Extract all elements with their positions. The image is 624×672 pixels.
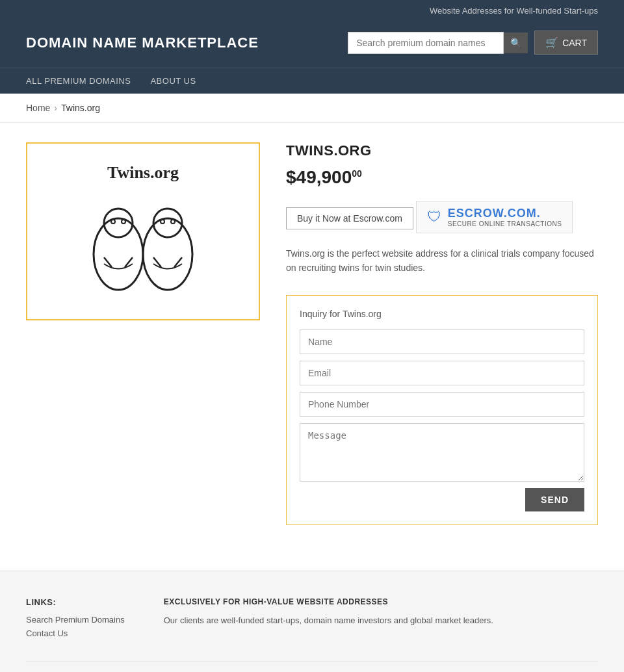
footer-link-search[interactable]: Search Premium Domains [26,615,125,625]
escrow-shield-icon: 🛡 [427,209,441,226]
svg-point-3 [122,220,125,224]
cart-button[interactable]: 🛒 CART [534,31,598,55]
footer-link-contact[interactable]: Contact Us [26,628,125,638]
header-main: DOMAIN NAME MARKETPLACE 🔍 🛒 CART [0,21,624,68]
breadcrumb-current: Twins.org [61,103,100,113]
cart-label: CART [562,38,587,48]
search-form: 🔍 [348,32,528,54]
svg-point-6 [143,218,192,290]
price-cents: 00 [352,168,362,179]
send-button[interactable]: SEND [525,488,584,511]
buy-now-button[interactable]: Buy it Now at Escrow.com [286,207,413,229]
product-image-col: Twins.org [26,142,260,525]
product-details-col: TWINS.ORG $49,90000 Buy it Now at Escrow… [286,142,598,525]
inquiry-form-box: Inquiry for Twins.org SEND [286,295,598,525]
footer-about-heading: EXCLUSIVELY FOR HIGH-VALUE WEBSITE ADDRE… [164,597,598,606]
svg-point-2 [111,220,115,224]
main-nav: ALL PREMIUM DOMAINS ABOUT US [0,68,624,94]
breadcrumb-separator: › [54,103,57,113]
twins-illustration [72,196,214,300]
footer-bottom: © 2018 Domain Name Marketplace Powered b… [26,662,598,672]
svg-point-8 [161,220,164,224]
inquiry-name-input[interactable] [300,330,584,354]
main-content: Twins.org [0,123,624,545]
breadcrumb: Home › Twins.org [0,94,624,123]
escrow-text: ESCROW.COM. SECURE ONLINE TRANSACTIONS [448,207,562,227]
product-image-wrapper: Twins.org [26,142,260,320]
svg-point-0 [94,218,143,290]
escrow-badge: 🛡 ESCROW.COM. SECURE ONLINE TRANSACTIONS [416,201,573,233]
svg-point-7 [153,209,182,237]
footer: LINKS: Search Premium Domains Contact Us… [0,571,624,672]
search-input[interactable] [348,32,504,54]
inquiry-message-input[interactable] [300,423,584,482]
svg-point-1 [104,209,133,237]
product-description: Twins.org is the perfect website address… [286,246,598,276]
footer-top: LINKS: Search Premium Domains Contact Us… [26,597,598,642]
product-title-image-text: Twins.org [107,163,179,183]
header-controls: 🔍 🛒 CART [348,31,598,55]
product-image-inner: Twins.org [34,150,252,313]
footer-about-col: EXCLUSIVELY FOR HIGH-VALUE WEBSITE ADDRE… [164,597,598,642]
inquiry-form-title: Inquiry for Twins.org [300,309,584,319]
nav-all-premium-domains[interactable]: ALL PREMIUM DOMAINS [26,68,131,94]
footer-about-text: Our clients are well-funded start-ups, d… [164,614,598,628]
svg-point-9 [171,220,175,224]
nav-about-us[interactable]: ABOUT US [150,68,196,94]
inquiry-phone-input[interactable] [300,392,584,417]
tagline-text: Website Addresses for Well-funded Start-… [430,6,598,16]
footer-links-heading: LINKS: [26,597,125,607]
header-tagline-bar: Website Addresses for Well-funded Start-… [0,0,624,21]
search-button[interactable]: 🔍 [504,32,528,53]
product-price: $49,90000 [286,167,598,188]
site-title[interactable]: DOMAIN NAME MARKETPLACE [26,34,259,51]
price-whole: $49,900 [286,167,352,187]
inquiry-email-input[interactable] [300,361,584,385]
product-name: TWINS.ORG [286,142,598,159]
cart-icon: 🛒 [545,36,558,49]
breadcrumb-home[interactable]: Home [26,103,50,113]
footer-links-col: LINKS: Search Premium Domains Contact Us [26,597,125,642]
escrow-name: ESCROW.COM. [448,207,562,220]
escrow-tagline: SECURE ONLINE TRANSACTIONS [448,220,562,227]
form-actions: SEND [300,488,584,511]
